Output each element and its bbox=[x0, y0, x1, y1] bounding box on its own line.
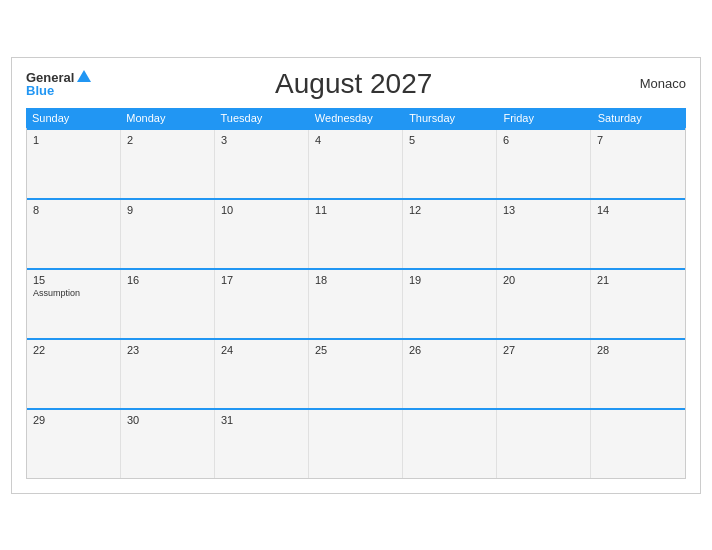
week-row-1: 1234567 bbox=[27, 128, 685, 198]
day-cell-w3-d1: 15Assumption bbox=[27, 270, 121, 338]
header-sunday: Sunday bbox=[26, 108, 120, 128]
header-tuesday: Tuesday bbox=[215, 108, 309, 128]
day-cell-w4-d6: 27 bbox=[497, 340, 591, 408]
day-cell-w4-d7: 28 bbox=[591, 340, 685, 408]
day-cell-w2-d1: 8 bbox=[27, 200, 121, 268]
day-number: 5 bbox=[409, 134, 490, 146]
calendar-grid: 123456789101112131415Assumption161718192… bbox=[26, 128, 686, 479]
day-cell-w4-d3: 24 bbox=[215, 340, 309, 408]
header-monday: Monday bbox=[120, 108, 214, 128]
day-number: 9 bbox=[127, 204, 208, 216]
day-cell-w2-d7: 14 bbox=[591, 200, 685, 268]
day-number: 20 bbox=[503, 274, 584, 286]
day-cell-w5-d4 bbox=[309, 410, 403, 478]
calendar: General Blue August 2027 Monaco Sunday M… bbox=[11, 57, 701, 494]
header-wednesday: Wednesday bbox=[309, 108, 403, 128]
country-label: Monaco bbox=[616, 76, 686, 91]
day-number: 16 bbox=[127, 274, 208, 286]
week-row-2: 891011121314 bbox=[27, 198, 685, 268]
day-cell-w1-d5: 5 bbox=[403, 130, 497, 198]
day-number: 28 bbox=[597, 344, 679, 356]
day-number: 14 bbox=[597, 204, 679, 216]
day-number: 29 bbox=[33, 414, 114, 426]
calendar-header: General Blue August 2027 Monaco bbox=[26, 68, 686, 100]
day-cell-w1-d1: 1 bbox=[27, 130, 121, 198]
day-cell-w3-d6: 20 bbox=[497, 270, 591, 338]
day-number: 27 bbox=[503, 344, 584, 356]
day-headers: Sunday Monday Tuesday Wednesday Thursday… bbox=[26, 108, 686, 128]
day-cell-w5-d2: 30 bbox=[121, 410, 215, 478]
calendar-title: August 2027 bbox=[91, 68, 616, 100]
day-cell-w2-d6: 13 bbox=[497, 200, 591, 268]
day-number: 15 bbox=[33, 274, 114, 286]
day-number: 2 bbox=[127, 134, 208, 146]
week-row-3: 15Assumption161718192021 bbox=[27, 268, 685, 338]
day-cell-w3-d3: 17 bbox=[215, 270, 309, 338]
logo-blue: Blue bbox=[26, 84, 54, 97]
week-row-4: 22232425262728 bbox=[27, 338, 685, 408]
week-row-5: 293031 bbox=[27, 408, 685, 478]
day-cell-w1-d4: 4 bbox=[309, 130, 403, 198]
day-cell-w3-d4: 18 bbox=[309, 270, 403, 338]
header-friday: Friday bbox=[497, 108, 591, 128]
day-cell-w3-d2: 16 bbox=[121, 270, 215, 338]
day-cell-w4-d1: 22 bbox=[27, 340, 121, 408]
logo: General Blue bbox=[26, 70, 91, 97]
day-number: 30 bbox=[127, 414, 208, 426]
holiday-name: Assumption bbox=[33, 288, 114, 298]
day-cell-w2-d4: 11 bbox=[309, 200, 403, 268]
day-number: 10 bbox=[221, 204, 302, 216]
day-cell-w2-d5: 12 bbox=[403, 200, 497, 268]
day-cell-w4-d5: 26 bbox=[403, 340, 497, 408]
day-cell-w5-d7 bbox=[591, 410, 685, 478]
day-number: 21 bbox=[597, 274, 679, 286]
day-number: 17 bbox=[221, 274, 302, 286]
day-number: 3 bbox=[221, 134, 302, 146]
day-number: 13 bbox=[503, 204, 584, 216]
day-cell-w4-d2: 23 bbox=[121, 340, 215, 408]
day-cell-w2-d3: 10 bbox=[215, 200, 309, 268]
day-number: 31 bbox=[221, 414, 302, 426]
day-number: 11 bbox=[315, 204, 396, 216]
day-number: 23 bbox=[127, 344, 208, 356]
day-number: 22 bbox=[33, 344, 114, 356]
header-thursday: Thursday bbox=[403, 108, 497, 128]
day-cell-w5-d5 bbox=[403, 410, 497, 478]
day-cell-w5-d6 bbox=[497, 410, 591, 478]
logo-general: General bbox=[26, 71, 74, 84]
day-cell-w2-d2: 9 bbox=[121, 200, 215, 268]
day-number: 18 bbox=[315, 274, 396, 286]
day-number: 19 bbox=[409, 274, 490, 286]
day-number: 12 bbox=[409, 204, 490, 216]
day-cell-w1-d3: 3 bbox=[215, 130, 309, 198]
day-number: 7 bbox=[597, 134, 679, 146]
day-cell-w5-d3: 31 bbox=[215, 410, 309, 478]
day-number: 25 bbox=[315, 344, 396, 356]
day-cell-w3-d5: 19 bbox=[403, 270, 497, 338]
day-cell-w4-d4: 25 bbox=[309, 340, 403, 408]
day-number: 8 bbox=[33, 204, 114, 216]
day-cell-w5-d1: 29 bbox=[27, 410, 121, 478]
day-cell-w1-d2: 2 bbox=[121, 130, 215, 198]
day-number: 26 bbox=[409, 344, 490, 356]
day-number: 4 bbox=[315, 134, 396, 146]
day-number: 6 bbox=[503, 134, 584, 146]
day-cell-w1-d6: 6 bbox=[497, 130, 591, 198]
day-number: 24 bbox=[221, 344, 302, 356]
day-cell-w3-d7: 21 bbox=[591, 270, 685, 338]
day-number: 1 bbox=[33, 134, 114, 146]
day-cell-w1-d7: 7 bbox=[591, 130, 685, 198]
header-saturday: Saturday bbox=[592, 108, 686, 128]
logo-triangle-icon bbox=[77, 70, 91, 82]
